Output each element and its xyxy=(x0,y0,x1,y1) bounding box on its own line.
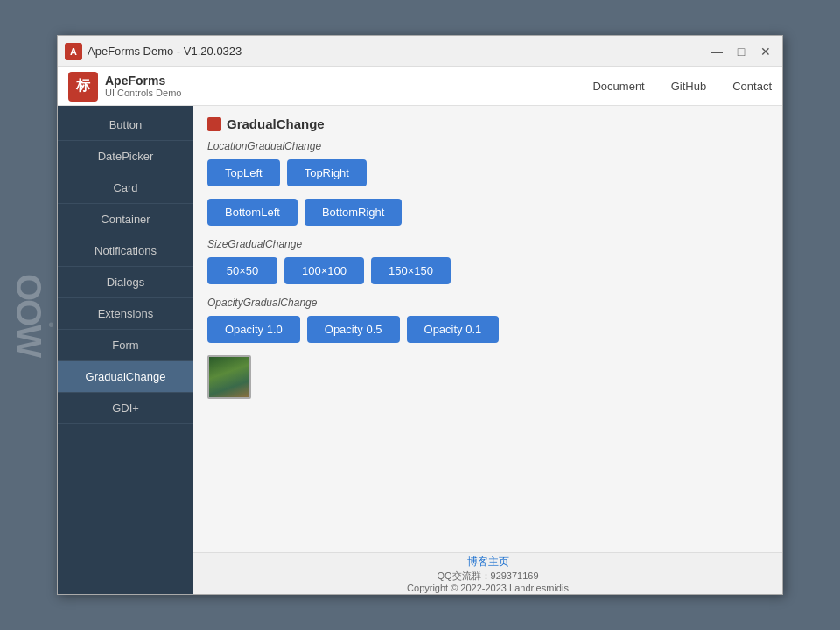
maximize-button[interactable]: □ xyxy=(732,42,751,61)
logo-title: ApeForms xyxy=(105,74,181,88)
sidebar-item-container[interactable]: Container xyxy=(58,204,193,235)
location-label: LocationGradualChange xyxy=(207,140,768,152)
btn-bottomleft[interactable]: BottomLeft xyxy=(207,199,298,226)
section-icon xyxy=(207,117,221,131)
window-controls: — □ ✕ xyxy=(707,42,775,61)
title-bar: A ApeForms Demo - V1.20.0323 — □ ✕ xyxy=(58,36,782,67)
location-btn-group: TopLeft TopRight xyxy=(207,159,768,186)
sidebar-item-datepicker[interactable]: DatePicker xyxy=(58,141,193,172)
sidebar: Button DatePicker Card Container Notific… xyxy=(58,106,193,594)
logo-subtitle: UI Controls Demo xyxy=(105,88,181,99)
app-icon-text: A xyxy=(70,46,77,57)
btn-size150[interactable]: 150×150 xyxy=(371,257,451,284)
sidebar-item-button[interactable]: Button xyxy=(58,109,193,141)
opacity-label: OpacityGradualChange xyxy=(207,297,768,309)
btn-size100[interactable]: 100×100 xyxy=(284,257,364,284)
main-layout: Button DatePicker Card Container Notific… xyxy=(58,106,782,594)
section-title: GradualChange xyxy=(227,116,325,131)
nav-document[interactable]: Document xyxy=(592,80,644,93)
content-area: GradualChange LocationGradualChange TopL… xyxy=(193,106,782,594)
footer-copyright: Copyright © 2022-2023 Landriesmidis xyxy=(407,583,569,593)
footer-qq: QQ交流群：929371169 xyxy=(437,570,538,583)
sidebar-item-gradualchange[interactable]: GradualChange xyxy=(58,361,193,393)
background-text: OOW xyxy=(9,274,48,356)
window-title: ApeForms Demo - V1.20.0323 xyxy=(88,45,707,58)
logo-icon: 标 xyxy=(68,72,98,102)
logo-text: ApeForms UI Controls Demo xyxy=(105,74,181,100)
btn-opacity10[interactable]: Opacity 1.0 xyxy=(207,316,300,343)
logo-area: 标 ApeForms UI Controls Demo xyxy=(68,72,592,102)
btn-topright[interactable]: TopRight xyxy=(287,159,367,186)
logo-icon-text: 标 xyxy=(76,77,90,95)
nav-contact[interactable]: Contact xyxy=(732,80,772,93)
btn-bottomright[interactable]: BottomRight xyxy=(304,199,402,226)
close-button[interactable]: ✕ xyxy=(756,42,775,61)
image-thumbnail xyxy=(207,355,251,399)
sidebar-item-dialogs[interactable]: Dialogs xyxy=(58,267,193,298)
sidebar-item-extensions[interactable]: Extensions xyxy=(58,298,193,330)
btn-size50[interactable]: 50×50 xyxy=(207,257,277,284)
btn-topleft[interactable]: TopLeft xyxy=(207,159,280,186)
opacity-btn-group: Opacity 1.0 Opacity 0.5 Opacity 0.1 xyxy=(207,316,768,343)
size-btn-group: 50×50 100×100 150×150 xyxy=(207,257,768,284)
sidebar-item-gdiplus[interactable]: GDI+ xyxy=(58,393,193,424)
footer: 博客主页 QQ交流群：929371169 Copyright © 2022-20… xyxy=(193,552,782,594)
sidebar-item-form[interactable]: Form xyxy=(58,330,193,361)
btn-opacity05[interactable]: Opacity 0.5 xyxy=(307,316,400,343)
minimize-button[interactable]: — xyxy=(707,42,726,61)
content-main: GradualChange LocationGradualChange TopL… xyxy=(193,106,782,552)
size-label: SizeGradualChange xyxy=(207,238,768,250)
section-header: GradualChange xyxy=(207,116,768,131)
app-icon: A xyxy=(65,43,82,60)
location-btn-group2: BottomLeft BottomRight xyxy=(207,199,768,226)
header-nav: 标 ApeForms UI Controls Demo Document Git… xyxy=(58,67,782,106)
sidebar-item-notifications[interactable]: Notifications xyxy=(58,235,193,267)
nav-links: Document GitHub Contact xyxy=(592,80,772,93)
main-window: A ApeForms Demo - V1.20.0323 — □ ✕ 标 Ape… xyxy=(57,35,783,595)
btn-opacity01[interactable]: Opacity 0.1 xyxy=(407,316,500,343)
footer-blog-link[interactable]: 博客主页 xyxy=(467,555,509,570)
nav-github[interactable]: GitHub xyxy=(671,80,706,93)
thumbnail-image xyxy=(209,357,249,397)
sidebar-item-card[interactable]: Card xyxy=(58,172,193,204)
